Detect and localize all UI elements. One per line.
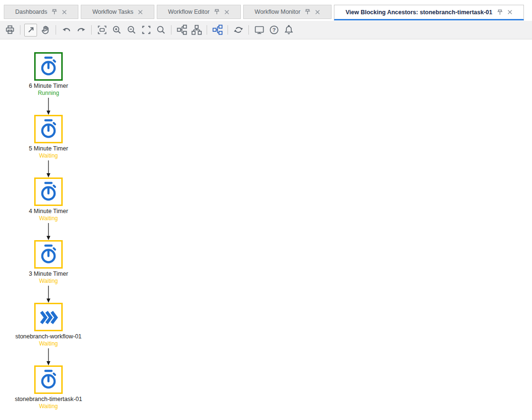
svg-text:?: ?: [272, 27, 276, 33]
tab-view-blocking-ancestors[interactable]: View Blocking Ancestors: stonebranch-tim…: [334, 5, 523, 20]
pin-icon[interactable]: [51, 9, 57, 15]
task-icon-box[interactable]: [34, 177, 63, 206]
workflow-node[interactable]: stonebranch-workflow-01 Waiting: [1, 303, 96, 347]
workflow-toolbar: ?: [0, 21, 532, 39]
tab-workflow-tasks[interactable]: Workflow Tasks: [81, 5, 154, 19]
help-icon[interactable]: ?: [267, 24, 280, 37]
timer-task-icon: [38, 369, 59, 390]
timer-task-icon: [38, 56, 59, 77]
toolbar-separator: [248, 25, 249, 35]
task-icon-box[interactable]: [34, 240, 63, 269]
zoom-in-icon[interactable]: [110, 24, 123, 37]
workflow-node[interactable]: 6 Minute Timer Running: [1, 52, 96, 97]
connector-arrow: [45, 98, 52, 115]
node-status: Waiting: [39, 152, 58, 159]
node-label: 4 Minute Timer: [29, 208, 68, 215]
layout-tree-vertical-icon[interactable]: [190, 24, 203, 37]
tab-label: Dashboards: [15, 9, 47, 15]
connector-arrow: [45, 286, 52, 303]
close-tab-icon[interactable]: [315, 9, 320, 15]
pin-icon[interactable]: [304, 9, 311, 15]
toolbar-separator: [207, 25, 207, 35]
node-status: Running: [38, 90, 59, 97]
tab-workflow-monitor[interactable]: Workflow Monitor: [243, 5, 332, 19]
timer-task-icon: [38, 119, 59, 140]
timer-task-icon: [38, 181, 59, 202]
tab-workflow-editor[interactable]: Workflow Editor: [157, 5, 241, 19]
fit-selection-brackets-icon[interactable]: [140, 24, 152, 37]
tab-label: View Blocking Ancestors: stonebranch-tim…: [345, 9, 492, 16]
task-icon-box[interactable]: [34, 303, 63, 331]
toolbar-separator: [20, 25, 20, 35]
toolbar-separator: [171, 25, 171, 35]
workflow-node[interactable]: 4 Minute Timer Waiting: [1, 177, 96, 222]
node-label: stonebranch-timertask-01: [15, 396, 82, 403]
workflow-node[interactable]: 5 Minute Timer Waiting: [1, 115, 96, 159]
console-monitor-icon[interactable]: [253, 24, 266, 37]
pan-hand-icon[interactable]: [39, 24, 52, 37]
tab-label: Workflow Monitor: [255, 9, 300, 15]
connector-arrow: [45, 160, 52, 178]
refresh-icon[interactable]: [232, 24, 245, 37]
workflow-canvas[interactable]: 6 Minute Timer Running 5 Minute Timer Wa…: [0, 39, 532, 420]
tab-bar: Dashboards Workflow Tasks Workflow Edito…: [0, 0, 532, 21]
tab-label: Workflow Tasks: [92, 9, 133, 15]
tab-dashboards[interactable]: Dashboards: [4, 5, 78, 19]
node-status: Waiting: [39, 403, 58, 410]
close-tab-icon[interactable]: [138, 9, 143, 15]
node-label: 5 Minute Timer: [29, 145, 68, 152]
layout-tree-toggle-icon[interactable]: [211, 24, 224, 37]
node-status: Waiting: [39, 340, 58, 347]
node-label: 6 Minute Timer: [29, 83, 68, 90]
node-label: stonebranch-workflow-01: [15, 333, 82, 340]
node-label: 3 Minute Timer: [29, 271, 68, 278]
task-icon-box[interactable]: [34, 52, 63, 81]
task-icon-box[interactable]: [34, 115, 63, 143]
workflow-node[interactable]: 3 Minute Timer Waiting: [1, 240, 96, 285]
close-tab-icon[interactable]: [507, 9, 513, 15]
redo-icon[interactable]: [75, 24, 87, 37]
toolbar-separator: [228, 25, 228, 35]
zoom-to-fit-icon[interactable]: [95, 24, 108, 37]
undo-icon[interactable]: [60, 24, 73, 37]
workflow-task-icon: [38, 307, 59, 327]
toolbar-separator: [91, 25, 92, 35]
toolbar-separator: [56, 25, 56, 35]
close-tab-icon[interactable]: [224, 9, 229, 15]
close-tab-icon[interactable]: [62, 9, 67, 15]
node-status: Waiting: [39, 215, 58, 222]
print-icon[interactable]: [3, 24, 16, 37]
pin-icon[interactable]: [214, 9, 220, 15]
connector-arrow: [45, 348, 52, 366]
zoom-tool-icon[interactable]: [154, 24, 167, 37]
node-status: Waiting: [39, 278, 58, 285]
connector-arrow: [45, 223, 52, 241]
bell-icon[interactable]: [282, 24, 295, 37]
layout-tree-horizontal-icon[interactable]: [175, 24, 188, 37]
zoom-out-icon[interactable]: [125, 24, 138, 37]
pin-icon[interactable]: [497, 9, 503, 16]
pointer-tool-icon[interactable]: [24, 24, 37, 37]
timer-task-icon: [38, 244, 59, 265]
workflow-node[interactable]: stonebranch-timertask-01 Waiting: [1, 365, 96, 410]
task-icon-box[interactable]: [34, 365, 63, 394]
tab-label: Workflow Editor: [168, 9, 209, 15]
